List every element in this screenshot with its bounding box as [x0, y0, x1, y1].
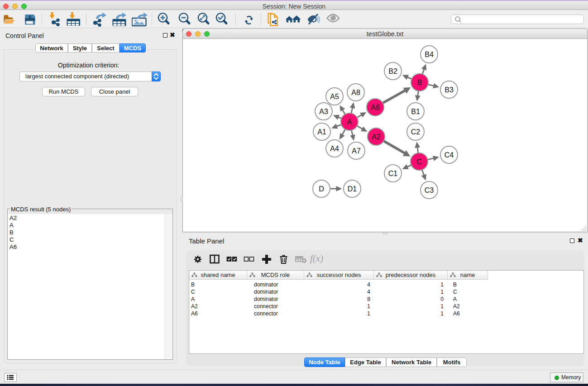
svg-text:A7: A7 [352, 147, 361, 155]
svg-text:B2: B2 [388, 67, 397, 75]
svg-text:D: D [319, 185, 324, 193]
svg-text:C3: C3 [425, 186, 434, 194]
svg-text:A3: A3 [319, 108, 328, 115]
svg-text:A2: A2 [372, 133, 381, 141]
svg-text:A6: A6 [371, 104, 380, 111]
svg-text:B4: B4 [425, 51, 434, 58]
svg-text:C4: C4 [445, 151, 454, 159]
svg-text:A: A [347, 118, 352, 126]
svg-text:B1: B1 [411, 108, 420, 115]
svg-text:B3: B3 [445, 86, 454, 94]
svg-text:A4: A4 [330, 145, 339, 152]
svg-text:C: C [416, 158, 422, 166]
svg-text:A8: A8 [351, 89, 360, 96]
svg-text:A1: A1 [317, 128, 326, 136]
svg-text:C1: C1 [388, 170, 398, 177]
svg-text:B: B [417, 79, 422, 86]
svg-text:A5: A5 [330, 93, 339, 100]
svg-text:C2: C2 [411, 128, 421, 136]
svg-text:D1: D1 [348, 185, 357, 193]
